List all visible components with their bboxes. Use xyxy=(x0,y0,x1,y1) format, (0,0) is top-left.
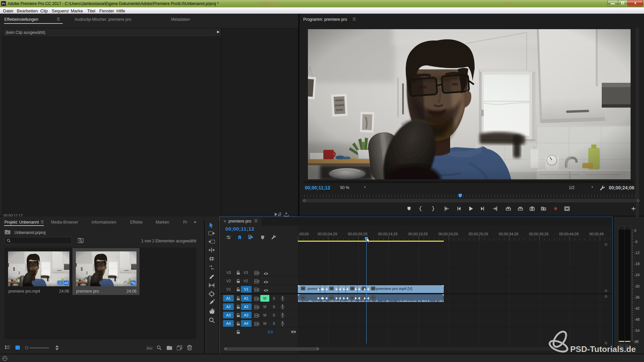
svg-text:PSD-Tutorials.de: PSD-Tutorials.de xyxy=(570,345,636,354)
